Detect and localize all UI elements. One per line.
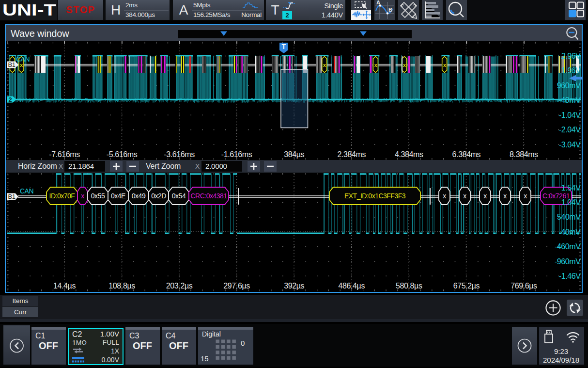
svg-text:x: x	[503, 192, 507, 200]
svg-text:384µs: 384µs	[284, 150, 304, 159]
svg-text:769.6µs: 769.6µs	[511, 282, 537, 290]
svg-text:x: x	[483, 192, 487, 200]
svg-text:392µs: 392µs	[284, 282, 304, 290]
svg-text:-1.04V: -1.04V	[559, 111, 581, 119]
svg-text:540mV: 540mV	[557, 213, 581, 221]
svg-text:0x54: 0x54	[172, 192, 186, 200]
svg-text:8.384ms: 8.384ms	[510, 150, 538, 159]
svg-text:CAN: CAN	[20, 187, 33, 195]
svg-text:297.6µs: 297.6µs	[223, 282, 250, 290]
svg-text:-3.04V: -3.04V	[559, 141, 581, 149]
svg-text:x: x	[403, 62, 406, 68]
svg-text:0x2D: 0x2D	[151, 192, 166, 200]
svg-text:-5.616ms: -5.616ms	[107, 150, 138, 159]
svg-text:1.04V: 1.04V	[561, 198, 581, 207]
svg-text:B1: B1	[8, 61, 15, 68]
svg-text:6.384ms: 6.384ms	[452, 150, 481, 159]
svg-text:2: 2	[8, 96, 12, 103]
svg-text:B1: B1	[8, 193, 15, 200]
svg-text:EXT_ID:0x1C3FF3F3: EXT_ID:0x1C3FF3F3	[344, 192, 406, 200]
svg-text:CRC:0x4381: CRC:0x4381	[190, 192, 227, 200]
svg-text:108.8µs: 108.8µs	[108, 282, 135, 290]
svg-text:486.4µs: 486.4µs	[339, 282, 365, 290]
svg-text:ID:0x70F: ID:0x70F	[49, 192, 75, 200]
svg-text:x: x	[443, 192, 446, 200]
svg-text:0x55: 0x55	[91, 192, 105, 200]
svg-text:4.384ms: 4.384ms	[395, 150, 423, 159]
svg-text:960mV: 960mV	[557, 81, 581, 90]
svg-text:T: T	[282, 43, 286, 50]
svg-text:x: x	[443, 62, 446, 68]
svg-text:-7.616ms: -7.616ms	[49, 150, 80, 159]
svg-text:580.8µs: 580.8µs	[396, 282, 422, 290]
svg-text:-1.46V: -1.46V	[559, 272, 581, 280]
svg-text:-1.616ms: -1.616ms	[221, 150, 252, 159]
svg-text:x: x	[524, 192, 527, 200]
svg-text:-460mV: -460mV	[555, 242, 581, 251]
svg-text:-3.616ms: -3.616ms	[164, 150, 195, 159]
svg-text:x: x	[374, 62, 377, 68]
svg-text:A: A	[376, 0, 380, 5]
svg-text:203.2µs: 203.2µs	[166, 282, 193, 290]
svg-text:x: x	[323, 62, 326, 68]
svg-text:-960mV: -960mV	[555, 257, 581, 266]
svg-text:0x4E: 0x4E	[111, 192, 125, 200]
svg-text:B: B	[388, 7, 392, 13]
svg-text:CAN: CAN	[16, 55, 30, 63]
svg-text:2.96V: 2.96V	[561, 52, 581, 60]
svg-text:x: x	[463, 192, 466, 200]
svg-text:-2.04V: -2.04V	[559, 126, 581, 134]
svg-text:675.2µs: 675.2µs	[453, 282, 480, 290]
svg-text:-40mV: -40mV	[558, 96, 581, 104]
svg-text:1.54V: 1.54V	[561, 184, 581, 192]
svg-text:40mV: 40mV	[561, 228, 581, 236]
svg-text:2.384ms: 2.384ms	[338, 150, 366, 159]
svg-text:1.96V: 1.96V	[561, 66, 581, 75]
svg-text:0x49: 0x49	[132, 192, 146, 200]
svg-text:x: x	[81, 192, 84, 200]
svg-text:14.4µs: 14.4µs	[53, 282, 76, 290]
